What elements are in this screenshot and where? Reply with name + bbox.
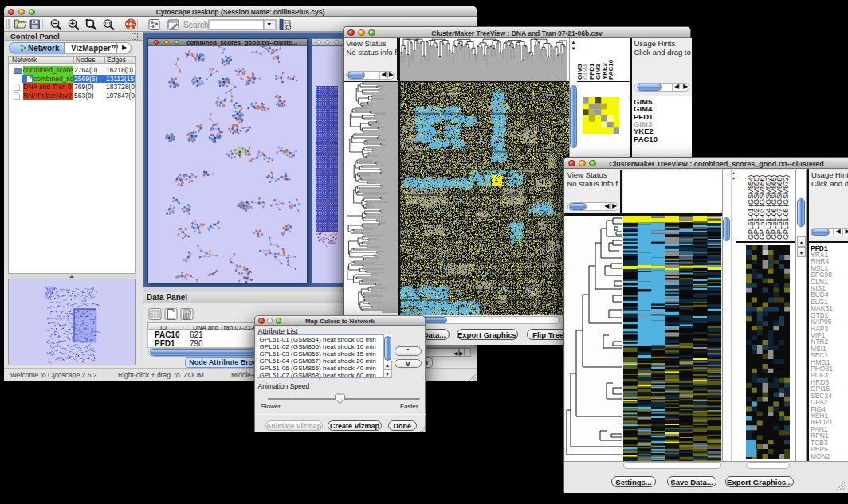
svg-text:GPL51-08 (GSM872): GPL51-08 (GSM872) [782,175,790,240]
svg-text:1:1: 1:1 [104,21,111,26]
svg-text:Search:: Search: [183,21,210,29]
svg-text:PAC10: PAC10 [607,59,614,80]
